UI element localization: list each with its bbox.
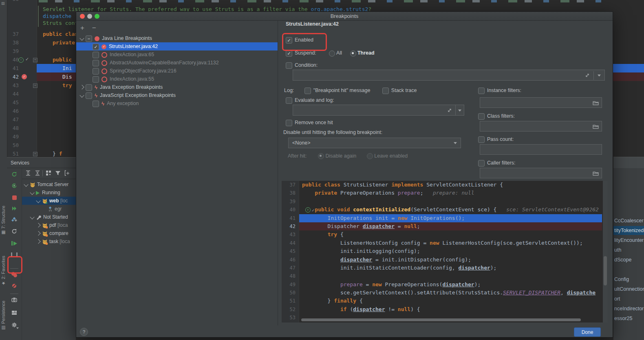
hotswap-button[interactable] [11,217,18,224]
instance-filters-checkbox[interactable]: Instance filters: [478,88,521,94]
stripe-favorites-tab[interactable]: ★ 2: Favorites [0,256,6,286]
list-item[interactable]: tityTokenizedC [613,226,644,235]
stripe-persistence-tab[interactable]: ▥ Persistence [0,301,6,331]
row-checkbox[interactable] [93,76,99,83]
preview-code-line[interactable]: 40↑✓ public void contextInitialized(Serv… [282,206,608,214]
checkbox-icon[interactable] [478,113,485,120]
service-row[interactable]: Running [22,189,76,197]
remove-breakpoint-button[interactable]: − [92,24,96,32]
preview-code-line[interactable]: 47 init.initStaticContentLoader(config, … [282,264,608,272]
class-filters-checkbox[interactable]: Class filters: [478,113,515,120]
override-gutter-icon[interactable]: ↑ [18,57,24,63]
checkbox-icon[interactable] [478,136,485,143]
list-item[interactable]: CcCoalescer [613,216,644,225]
stripe-list-icon[interactable]: ▤ [1,1,5,5]
preview-code-line[interactable]: 41 InitOperations init = new InitOperati… [282,214,608,222]
preview-code-line[interactable]: 39 [282,197,608,206]
row-checkbox[interactable] [93,60,99,66]
pass-count-input[interactable] [480,144,602,155]
service-row[interactable]: egr [22,205,76,213]
row-checkbox[interactable] [93,101,99,107]
preview-code-line[interactable]: 52 if (dispatcher != null) { [282,305,608,314]
folder-icon[interactable] [593,100,599,105]
restart-button[interactable] [11,206,18,212]
chevron-down-icon[interactable] [36,199,40,203]
list-item[interactable]: ultConnection [613,285,644,294]
done-button[interactable]: Done [574,327,601,337]
list-item[interactable]: lityEncounter [613,236,644,245]
group-by-icon[interactable] [45,170,52,177]
expand-icon[interactable] [585,73,590,78]
preview-code-line[interactable]: 45 init.initLogging(config); [282,247,608,255]
expand-icon[interactable] [447,108,452,113]
layout-button[interactable] [11,310,18,316]
add-breakpoint-button[interactable]: + [80,24,84,32]
service-row[interactable]: web [loc [22,197,76,205]
breakpoint-tree-row[interactable]: AbstractAutowireCapableBeanFactory.java:… [76,59,278,67]
breakpoint-tree-row[interactable]: ϟAny exception [76,99,278,107]
class-filters-input[interactable] [480,121,602,132]
list-item[interactable]: Config [613,275,644,284]
preview-code-line[interactable]: 37public class StrutsListener implements… [282,181,608,189]
preview-code-line[interactable]: 44 ListenerHostConfig config = new Liste… [282,239,608,247]
caller-filters-input[interactable] [480,168,602,178]
evaluate-input[interactable] [293,105,456,116]
breakpoint-tree-row[interactable]: −Java Line Breakpoints [76,34,278,42]
condition-checkbox[interactable]: Condition: [286,62,318,69]
pass-count-checkbox[interactable]: Pass count: [478,136,514,143]
chevron-down-icon[interactable] [30,215,34,219]
mute-breakpoints-button[interactable] [11,283,18,290]
collapse-all-icon[interactable] [34,170,41,177]
rerun-debug-button[interactable] [11,183,18,189]
chevron-down-icon[interactable] [79,36,84,41]
checkbox-icon[interactable] [286,120,292,126]
list-item[interactable]: nceIndirector [613,304,644,313]
fold-marker[interactable]: − [33,58,37,62]
leave-enabled-radio[interactable] [367,153,373,159]
folder-icon[interactable] [593,171,599,176]
fold-marker[interactable]: − [33,152,37,156]
preview-code-line[interactable]: 46 dispatcher = init.initDispatcher(conf… [282,256,608,264]
rerun-button[interactable] [11,171,18,178]
help-button[interactable]: ? [80,328,88,336]
checkbox-icon[interactable] [286,62,292,69]
breakpoint-tree-row[interactable]: SpringObjectFactory.java:216 [76,67,278,75]
service-row[interactable]: Tomcat Server [22,180,76,189]
list-item[interactable]: uth [613,246,644,254]
javadoc-link-dispatcher[interactable]: dispatche [43,13,71,19]
refresh-button[interactable] [11,228,18,235]
breakpoint-gutter-icon[interactable]: ✓ [22,74,27,79]
stop-button[interactable] [11,194,18,201]
suspend-thread-radio[interactable] [350,50,356,57]
row-checkbox[interactable] [93,52,99,58]
preview-code-line[interactable]: 50 sce.getServletContext().setAttribute(… [282,289,608,297]
disable-until-combobox[interactable]: <None> [288,138,461,148]
suspend-checkbox[interactable]: ✓ [286,50,292,57]
service-row[interactable]: pdf [loca [22,221,76,229]
breakpoint-tree-row[interactable]: ϟJava Exception Breakpoints [76,83,278,91]
preview-code-line[interactable]: 43 try { [282,230,608,239]
suspend-all-radio[interactable] [329,50,335,57]
chevron-right-icon[interactable] [79,85,84,90]
settings-gear-button[interactable] [11,322,18,329]
evaluate-history-button[interactable] [455,105,464,116]
dropdown-arrow-icon[interactable] [598,75,601,77]
service-row[interactable]: compare [22,229,76,237]
preview-code-line[interactable]: 49 prepare = new PrepareOperations(dispa… [282,281,608,289]
preview-code-line[interactable]: 42✓ Dispatcher dispatcher = null; [282,222,608,230]
vertical-scrollbar-track[interactable] [603,181,608,322]
row-checkbox[interactable] [86,92,92,99]
list-item[interactable]: essor25 [613,314,644,323]
folder-icon[interactable] [593,124,599,129]
preview-code-line[interactable]: 51 } finally { [282,297,608,305]
chevron-down-icon[interactable] [79,93,84,98]
breakpoint-tree-row[interactable]: ✓✓StrutsListener.java:42 [76,42,278,50]
list-item[interactable]: ort [613,294,644,303]
resume-button[interactable] [11,240,18,246]
instance-filters-input[interactable] [480,97,602,108]
preview-code-line[interactable]: 38 private PrepareOperations prepare; pr… [282,189,608,197]
chevron-right-icon[interactable] [36,223,40,228]
evaluate-checkbox[interactable]: Evaluate and log: [286,97,334,104]
caller-filters-checkbox[interactable]: Caller filters: [478,160,515,167]
breakpoint-tree-row[interactable]: ϟJavaScript Exception Breakpoints [76,91,278,99]
